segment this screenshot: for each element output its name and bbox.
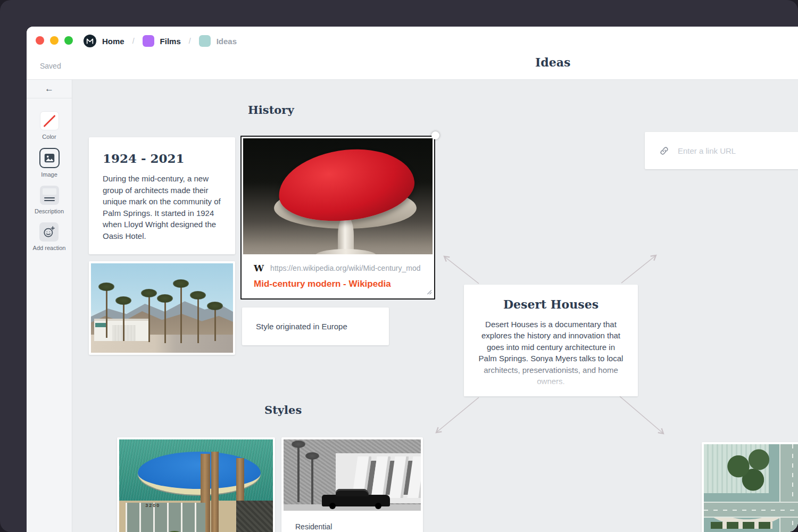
note-title: Desert Houses <box>477 297 625 311</box>
wikipedia-favicon-icon: W <box>254 263 264 273</box>
breadcrumb-item-ideas[interactable]: Ideas <box>217 37 237 46</box>
image-card-residential[interactable]: Residential <box>281 437 423 532</box>
link-input-card[interactable] <box>645 132 798 169</box>
selection-handle[interactable] <box>431 131 439 139</box>
note-card-style-origin[interactable]: Style originated in Europe <box>242 307 389 345</box>
text-fade-overlay <box>464 362 638 396</box>
connector-arrow-bottom-left[interactable] <box>436 397 479 433</box>
canopy-building-photo: 3200 <box>119 439 273 532</box>
tool-list: Color Image <box>27 98 72 259</box>
connector-arrow-bottom-right[interactable] <box>620 396 663 434</box>
link-url-input[interactable] <box>677 146 794 156</box>
note-card-1924[interactable]: 1924 - 2021 During the mid-century, a ne… <box>89 137 235 254</box>
section-heading-history[interactable]: History <box>248 103 294 117</box>
note-title: 1924 - 2021 <box>103 151 221 165</box>
tool-color[interactable]: Color <box>40 111 59 140</box>
link-card-wikipedia[interactable]: W https://en.wikipedia.org/wiki/Mid-cent… <box>240 136 435 300</box>
breadcrumb-item-films[interactable]: Films <box>160 37 181 46</box>
tool-add-reaction[interactable]: Add reaction <box>33 222 66 251</box>
connector-arrow-top-left[interactable] <box>444 256 479 284</box>
photo-sign-text: 3200 <box>145 503 160 508</box>
tulip-chair-photo <box>243 138 433 254</box>
note-card-desert-houses[interactable]: Desert Houses Desert Houses is a documen… <box>464 285 638 396</box>
header: Home / Films / Ideas Saved Ideas <box>27 27 798 80</box>
window-controls <box>36 36 73 45</box>
add-reaction-icon <box>39 222 59 242</box>
minimize-window-button[interactable] <box>50 36 59 45</box>
section-heading-styles[interactable]: Styles <box>264 403 302 417</box>
tool-label: Color <box>42 134 56 140</box>
resize-handle-icon[interactable] <box>426 287 432 297</box>
description-icon <box>40 186 59 205</box>
breadcrumb-item-home[interactable]: Home <box>102 37 124 46</box>
link-icon <box>659 146 669 156</box>
connector-arrow-top-right[interactable] <box>621 255 656 283</box>
board-canvas[interactable]: History 1924 - 2021 During the mid-centu… <box>72 80 798 532</box>
tool-label: Add reaction <box>33 245 66 251</box>
tool-label: Description <box>35 208 64 214</box>
image-card-aerial[interactable] <box>702 442 798 532</box>
note-body: During the mid-century, a new group of a… <box>103 173 221 242</box>
breadcrumb-separator: / <box>132 37 135 45</box>
note-text: Style originated in Europe <box>256 322 347 331</box>
breadcrumb: Home / Films / Ideas <box>84 34 237 48</box>
milanote-logo-icon[interactable] <box>84 35 96 47</box>
image-caption: Residential <box>295 522 421 531</box>
residential-bw-photo <box>284 439 421 511</box>
tool-image[interactable]: Image <box>39 148 60 178</box>
breadcrumb-separator: / <box>189 37 191 45</box>
link-url-text: https://en.wikipedia.org/wiki/Mid-centur… <box>270 264 420 272</box>
toolbar-sidebar: ← Color Image <box>27 80 72 532</box>
collapse-sidebar-button[interactable]: ← <box>27 80 72 98</box>
image-icon <box>39 148 60 168</box>
link-title[interactable]: Mid-century modern - Wikipedia <box>254 279 422 289</box>
app-window: Home / Films / Ideas Saved Ideas ← Color <box>27 27 798 532</box>
color-swatch-icon <box>40 111 59 130</box>
zoom-window-button[interactable] <box>64 36 73 45</box>
board-title: Ideas <box>535 55 570 69</box>
palm-springs-street-photo <box>91 263 233 353</box>
board-swatch-ideas[interactable] <box>199 35 211 47</box>
image-card-canopy-building[interactable]: 3200 <box>117 437 275 532</box>
image-card-palm-springs[interactable] <box>89 261 235 355</box>
save-status: Saved <box>40 62 61 70</box>
tool-label: Image <box>41 171 57 178</box>
close-window-button[interactable] <box>36 36 44 45</box>
back-arrow-icon: ← <box>45 84 54 94</box>
screen-background: Home / Films / Ideas Saved Ideas ← Color <box>0 0 798 532</box>
aerial-intersection-photo <box>704 444 798 532</box>
board-swatch-films[interactable] <box>143 35 154 47</box>
tool-description[interactable]: Description <box>35 186 64 214</box>
